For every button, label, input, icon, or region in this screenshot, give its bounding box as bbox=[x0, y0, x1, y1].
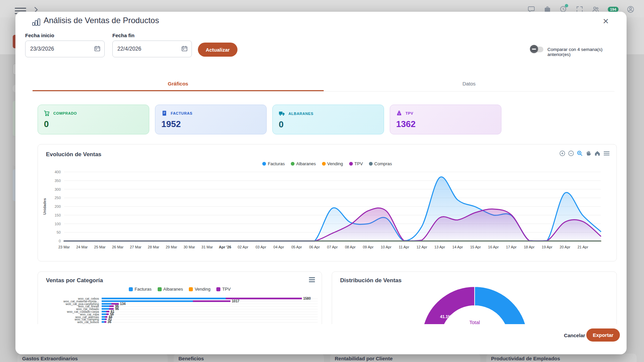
row-gridline bbox=[102, 319, 318, 320]
svg-text:28 Mar: 28 Mar bbox=[148, 245, 160, 249]
donut-center-label: Total bbox=[454, 319, 495, 324]
bar-segment-facturas[interactable] bbox=[102, 298, 226, 299]
legend-item-facturas[interactable]: Facturas bbox=[129, 287, 152, 292]
stat-card-albaranes: ALBARANES 0 bbox=[272, 105, 384, 134]
legend-marker bbox=[129, 287, 133, 291]
bar-segment-facturas[interactable] bbox=[102, 311, 106, 312]
tab-graficos[interactable]: Gráficos bbox=[33, 77, 324, 91]
legend-item-albaranes[interactable]: Albaranes bbox=[158, 287, 183, 292]
legend-label: Facturas bbox=[135, 287, 152, 292]
row-gridline bbox=[102, 322, 318, 322]
background-card-title: Gastos Extraordinarios bbox=[22, 356, 78, 361]
svg-text:12 Apr: 12 Apr bbox=[417, 245, 427, 249]
bar-segment-facturas[interactable] bbox=[102, 303, 111, 305]
legend-item-vending[interactable]: Vending bbox=[189, 287, 210, 292]
svg-text:350: 350 bbox=[55, 179, 61, 183]
close-icon[interactable]: × bbox=[600, 15, 612, 27]
svg-text:05 Apr: 05 Apr bbox=[291, 245, 302, 249]
row-gridline bbox=[102, 309, 318, 309]
start-date-field bbox=[25, 41, 105, 57]
cancel-button[interactable]: Cancelar bbox=[559, 330, 590, 340]
legend-marker bbox=[158, 287, 162, 291]
end-date-field bbox=[112, 41, 192, 57]
donut-chart-svg[interactable] bbox=[332, 272, 617, 324]
stat-label: FACTURAS bbox=[171, 111, 193, 115]
export-button[interactable]: Exportar bbox=[586, 328, 620, 342]
svg-text:25 Mar: 25 Mar bbox=[94, 245, 106, 249]
svg-text:13 Apr: 13 Apr bbox=[434, 245, 445, 249]
row-gridline bbox=[102, 306, 318, 307]
invoice-icon bbox=[161, 110, 167, 116]
pan-icon[interactable] bbox=[586, 150, 591, 156]
stat-label: ALBARANES bbox=[288, 112, 313, 116]
stat-card-facturas: FACTURAS 1952 bbox=[155, 105, 267, 134]
svg-text:04 Apr: 04 Apr bbox=[273, 245, 284, 249]
evolution-chart-svg[interactable]: 050100150200250300350400Unidades23 Mar24… bbox=[41, 163, 614, 260]
menu-icon[interactable] bbox=[309, 277, 315, 282]
chart-toolbar bbox=[559, 150, 610, 156]
bar-segment-facturas[interactable] bbox=[102, 308, 109, 310]
background-left-fragment bbox=[13, 64, 15, 75]
bar-segment-tpv[interactable] bbox=[193, 300, 230, 302]
bar-segment-facturas[interactable] bbox=[102, 318, 105, 320]
donut-slice-label: 41.1% bbox=[440, 314, 451, 319]
legend-item-tpv[interactable]: TPV bbox=[216, 287, 230, 292]
svg-text:20 Apr: 20 Apr bbox=[559, 245, 570, 249]
bar-segment-tpv[interactable] bbox=[106, 311, 109, 312]
bar-segment-tpv[interactable] bbox=[105, 316, 107, 318]
legend-marker bbox=[216, 287, 220, 291]
bar-segment-facturas[interactable] bbox=[102, 316, 105, 318]
profile-icon[interactable] bbox=[627, 5, 635, 13]
bar-segment-facturas[interactable] bbox=[102, 305, 109, 307]
svg-text:300: 300 bbox=[55, 187, 61, 191]
start-date-input[interactable] bbox=[25, 41, 105, 57]
legend-marker bbox=[189, 287, 193, 291]
notification-count-badge[interactable]: 194 bbox=[608, 7, 619, 12]
svg-text:16 Apr: 16 Apr bbox=[488, 245, 499, 249]
toggle-knob[interactable] bbox=[530, 45, 538, 53]
end-date-input[interactable] bbox=[112, 41, 192, 57]
stat-value: 1952 bbox=[161, 119, 260, 129]
svg-text:11 Apr: 11 Apr bbox=[399, 245, 409, 249]
stat-card-tpv: TPV 1362 bbox=[390, 105, 501, 134]
svg-text:17 Apr: 17 Apr bbox=[506, 245, 517, 249]
distribution-chart-clip: Distribución de Ventas 41.1% Total bbox=[332, 272, 617, 324]
bar-segment-tpv[interactable] bbox=[105, 318, 107, 320]
background-left-fragment bbox=[13, 137, 15, 166]
stat-value: 1362 bbox=[396, 119, 495, 129]
row-gridline bbox=[102, 314, 318, 314]
home-reset-icon[interactable] bbox=[594, 150, 600, 156]
evolution-chart-card: Evolución de Ventas FacturasAlbaranesVen… bbox=[38, 144, 617, 261]
compare-toggle[interactable] bbox=[530, 46, 543, 53]
background-left-fragment-red bbox=[13, 35, 15, 48]
stat-card-comprado: COMPRADO 0 bbox=[38, 105, 149, 134]
zoom-in-icon[interactable] bbox=[559, 150, 565, 156]
row-gridline bbox=[102, 304, 318, 304]
svg-text:50: 50 bbox=[57, 230, 61, 234]
chart-title: Evolución de Ventas bbox=[46, 151, 101, 158]
bar-segment-facturas[interactable] bbox=[102, 300, 193, 302]
svg-text:06 Apr: 06 Apr bbox=[309, 245, 320, 249]
bar-segment-tpv[interactable] bbox=[104, 321, 106, 323]
chart-title: Ventas por Categoría bbox=[46, 277, 103, 284]
selection-zoom-icon[interactable] bbox=[577, 150, 583, 156]
cart-icon bbox=[44, 110, 50, 116]
svg-text:30 Mar: 30 Mar bbox=[183, 245, 195, 249]
bar-segment-facturas[interactable] bbox=[102, 321, 104, 323]
sales-analysis-modal: Análisis de Ventas de Productos × Fecha … bbox=[15, 12, 627, 354]
menu-icon[interactable] bbox=[603, 151, 610, 156]
category-row[interactable]: woo_cat_bolsos36 bbox=[38, 321, 322, 323]
bar-segment-facturas[interactable] bbox=[102, 313, 106, 315]
background-card-productividad: Productividad de Empleados bbox=[486, 354, 637, 362]
legend-label: TPV bbox=[222, 287, 230, 292]
stat-label: TPV bbox=[406, 111, 413, 115]
zoom-out-icon[interactable] bbox=[568, 150, 574, 156]
category-chart-card: Ventas por Categoría FacturasAlbaranesVe… bbox=[38, 272, 322, 324]
update-button[interactable]: Actualizar bbox=[198, 43, 237, 57]
svg-text:26 Mar: 26 Mar bbox=[112, 245, 124, 249]
legend-label: Vending bbox=[195, 287, 210, 292]
tab-datos[interactable]: Datos bbox=[324, 77, 615, 91]
svg-text:27 Mar: 27 Mar bbox=[130, 245, 142, 249]
svg-text:14 Apr: 14 Apr bbox=[452, 245, 463, 249]
bar-segment-tpv[interactable] bbox=[109, 305, 114, 307]
